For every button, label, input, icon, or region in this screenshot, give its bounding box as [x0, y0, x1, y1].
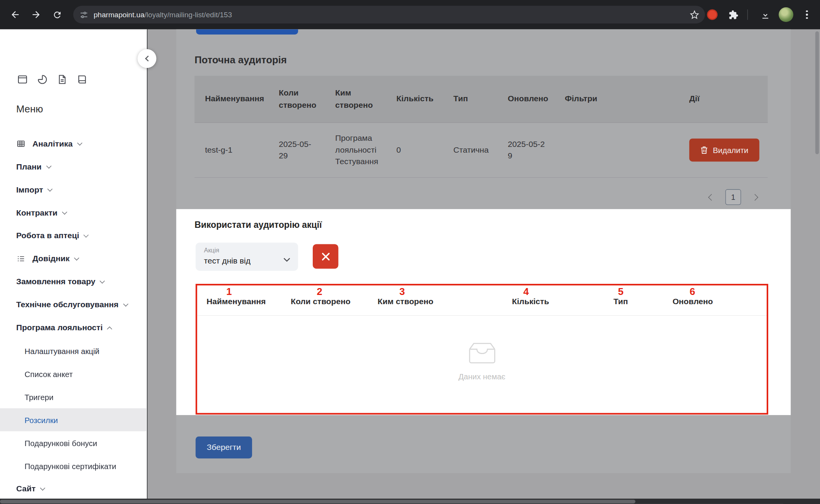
sidebar-item-site[interactable]: Сайт — [0, 477, 147, 500]
sidebar-item-promo-settings[interactable]: Налаштування акцій — [0, 339, 147, 362]
column-header: Кількість — [386, 76, 443, 122]
menu-title: Меню — [16, 104, 43, 115]
delete-button[interactable]: Видалити — [689, 138, 759, 161]
horizontal-scrollbar[interactable] — [0, 499, 820, 504]
sidebar-item-plans[interactable]: Плани — [0, 155, 147, 178]
cell-actions: Видалити — [679, 123, 769, 177]
toolbar-actions — [700, 0, 820, 29]
adblock-icon — [707, 10, 718, 20]
url-path: /loyalty/mailing-list/edit/153 — [145, 10, 232, 19]
screen: pharmapoint.ua/loyalty/mailing-list/edit… — [0, 0, 820, 504]
downloads-button[interactable] — [756, 6, 774, 23]
sidebar-item-mailings[interactable]: Розсилки — [0, 408, 147, 431]
sidebar-collapse-button[interactable] — [137, 49, 156, 68]
chevron-down-icon — [84, 232, 89, 237]
sidebar-item-directory[interactable]: Довідник — [0, 247, 147, 270]
annotation-number-6: 6 — [690, 286, 695, 297]
forward-icon — [31, 10, 41, 20]
sidebar-item-label: Замовлення товару — [16, 277, 95, 287]
promo-select[interactable]: Акція тест днів від — [196, 242, 298, 271]
use-audience-panel: Використати аудиторію акції Акція тест д… — [176, 209, 790, 415]
browser-toolbar: pharmapoint.ua/loyalty/mailing-list/edit… — [0, 0, 820, 29]
chevron-down-icon — [48, 186, 53, 191]
reload-button[interactable] — [48, 6, 66, 23]
pie-chart-icon[interactable] — [36, 73, 49, 86]
cell-created-by: Програма лояльності Тестування — [325, 123, 386, 177]
book-icon[interactable] — [76, 73, 89, 86]
sidebar-item-label: Сайт — [16, 484, 36, 494]
site-settings-icon[interactable] — [79, 10, 88, 19]
sidebar-item-label: Довідник — [32, 254, 69, 264]
sidebar-item-loyalty-program[interactable]: Програма лояльності — [0, 316, 147, 339]
sidebar-item-label: Робота в аптеці — [16, 231, 79, 240]
select-value: тест днів від — [204, 256, 251, 266]
column-header: Дії — [679, 76, 768, 122]
cell-filters — [554, 123, 679, 177]
reload-icon — [52, 10, 62, 20]
annotation-number-2: 2 — [317, 286, 322, 297]
avatar — [779, 7, 793, 22]
star-icon — [689, 10, 700, 20]
sidebar-item-label: Плани — [16, 162, 41, 171]
annotation-number-4: 4 — [523, 286, 529, 297]
next-page-button[interactable] — [752, 194, 758, 200]
close-icon — [321, 252, 330, 261]
sidebar-item-analytics[interactable]: Аналітика — [0, 132, 147, 155]
empty-inbox-icon — [465, 342, 499, 365]
sidebar-item-label: Контракти — [16, 208, 57, 217]
annotation-number-3: 3 — [399, 286, 405, 297]
prev-page-button[interactable] — [708, 194, 715, 200]
sidebar-subitem-label: Тригери — [25, 392, 53, 401]
sidebar-item-gift-certificates[interactable]: Подарункові сертифікати — [0, 454, 147, 477]
vertical-scrollbar-thumb[interactable] — [815, 31, 819, 154]
clear-selection-button[interactable] — [313, 244, 338, 268]
sidebar-item-contracts[interactable]: Контракти — [0, 201, 147, 224]
sidebar-item-questionnaires[interactable]: Список анкет — [0, 362, 147, 385]
sidebar: Меню Аналітика Плани Імпорт Контракти Ро… — [0, 29, 147, 499]
sidebar-subitem-label: Список анкет — [25, 369, 73, 378]
column-header: Фільтри — [554, 76, 679, 122]
cell-updated: 2025-05-29 — [497, 123, 554, 177]
url-text: pharmapoint.ua/loyalty/mailing-list/edit… — [94, 10, 232, 19]
kebab-menu-icon — [803, 7, 811, 22]
cell-created: 2025-05-29 — [268, 123, 325, 177]
select-label: Акція — [204, 247, 219, 254]
sidebar-item-label: Програма лояльності — [16, 323, 102, 333]
chevron-down-icon — [123, 301, 128, 306]
extensions-button[interactable] — [724, 6, 742, 23]
chevron-down-icon — [62, 209, 67, 214]
sidebar-item-import[interactable]: Імпорт — [0, 178, 147, 201]
sidebar-item-label: Імпорт — [16, 185, 43, 194]
main-content: Поточна аудиторія Найменування Коли ство… — [147, 29, 820, 499]
clipped-top-button[interactable] — [196, 29, 298, 35]
sidebar-item-goods-order[interactable]: Замовлення товару — [0, 270, 147, 293]
horizontal-scrollbar-thumb[interactable] — [0, 499, 635, 503]
url-bar[interactable]: pharmapoint.ua/loyalty/mailing-list/edit… — [73, 6, 705, 23]
save-button[interactable]: Зберегти — [196, 436, 252, 458]
window-icon[interactable] — [16, 73, 29, 86]
bookmark-button[interactable] — [689, 10, 700, 22]
chevron-down-icon — [46, 163, 51, 168]
back-button[interactable] — [6, 6, 24, 23]
url-host: pharmapoint.ua — [94, 10, 145, 19]
sidebar-item-maintenance[interactable]: Технічне обслуговування — [0, 293, 147, 316]
document-icon[interactable] — [56, 73, 69, 86]
cell-type: Статична — [443, 123, 497, 177]
sidebar-item-pharmacy-work[interactable]: Робота в аптеці — [0, 224, 147, 247]
current-audience-title: Поточна аудиторія — [195, 54, 287, 66]
cell-count: 0 — [386, 123, 443, 177]
profile-button[interactable] — [777, 6, 795, 23]
chevron-down-icon — [284, 255, 290, 264]
sidebar-item-triggers[interactable]: Тригери — [0, 385, 147, 408]
column-header: Ким створено — [378, 297, 433, 306]
chevron-down-icon — [100, 278, 105, 283]
sidebar-item-gift-bonuses[interactable]: Подарункові бонуси — [0, 431, 147, 454]
forward-button[interactable] — [27, 6, 45, 23]
empty-state: Даних немає — [197, 342, 767, 381]
back-icon — [10, 10, 20, 20]
table-header-row: Найменування Коли створено Ким створено … — [195, 76, 768, 123]
adblock-extension-button[interactable] — [703, 6, 721, 23]
annotated-audience-table: Найменування Коли створено Ким створено … — [196, 284, 768, 415]
page-number[interactable]: 1 — [725, 189, 741, 205]
browser-menu-button[interactable] — [798, 6, 816, 23]
